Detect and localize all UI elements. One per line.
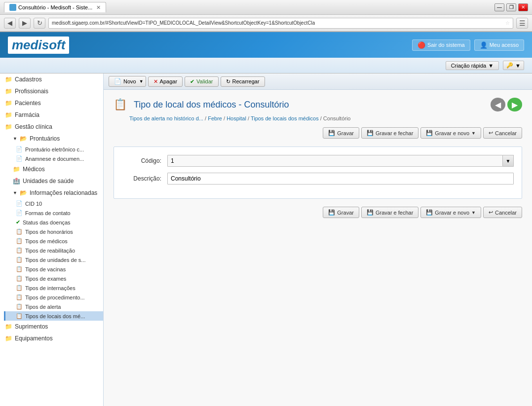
breadcrumb: Tipos de alerta no histórico d... / Febr…: [129, 115, 522, 121]
sidebar-label: Médicos: [23, 166, 45, 173]
nav-forward-btn[interactable]: ▶: [507, 98, 522, 111]
folder-icon: 📁: [5, 323, 12, 330]
reload-btn[interactable]: ↻: [34, 18, 45, 29]
form-area: 📋 Tipo de local dos médicos - Consultóri…: [104, 90, 532, 234]
sidebar-item-tipos-procedimentos[interactable]: 📋 Tipos de procedimento...: [4, 293, 103, 302]
codigo-input[interactable]: [167, 155, 503, 167]
quick-access-btn[interactable]: 🔑 ▼: [503, 61, 524, 70]
doc-icon: 📄: [16, 200, 23, 207]
forward-btn[interactable]: ▶: [19, 18, 31, 29]
sidebar-item-cid10[interactable]: 📄 CID 10: [4, 199, 103, 208]
caret-icon: ▼: [515, 63, 521, 69]
key-icon: 🔑: [506, 62, 513, 69]
close-tab-btn[interactable]: ✕: [96, 4, 101, 11]
gravar-btn-top[interactable]: 💾 Gravar: [323, 127, 359, 139]
sidebar-item-gestao-clinica[interactable]: 📁 Gestão clínica: [0, 121, 103, 133]
sidebar-label: Suprimentos: [15, 323, 48, 330]
sidebar-item-tipos-unidades[interactable]: 📋 Tipos de unidades de s...: [4, 255, 103, 264]
sidebar-item-anamnese[interactable]: 📄 Anamnese e documen...: [4, 154, 103, 163]
header-actions: 🔴 Sair do sistema 👤 Meu acesso: [412, 39, 524, 51]
star-icon[interactable]: ☆: [505, 20, 510, 26]
minimize-btn[interactable]: —: [494, 3, 504, 11]
building-icon: 🏥: [13, 178, 20, 185]
breadcrumb-link-2[interactable]: Febre: [208, 115, 222, 121]
back-btn[interactable]: ◀: [4, 18, 16, 29]
folder-icon: 📁: [5, 123, 12, 130]
sidebar-item-pacientes[interactable]: 📁 Pacientes: [0, 97, 103, 109]
sidebar-item-prontuarios[interactable]: ▼ 📂 Prontuários: [4, 133, 103, 145]
folder-icon: 📁: [5, 335, 12, 342]
folder-icon: 📁: [5, 100, 12, 107]
toolbar: 📄 Novo ▼ ✕ Apagar ✔ Validar ↻ Recarregar: [104, 74, 532, 90]
sidebar-item-cadastros[interactable]: 📁 Cadastros: [0, 74, 103, 85]
cancelar-btn-top[interactable]: ↩ Cancelar: [483, 127, 522, 139]
doc-icon: 📋: [16, 257, 23, 263]
descricao-label: Descrição:: [122, 175, 161, 182]
sidebar-item-tipos-internacoes[interactable]: 📋 Tipos de internações: [4, 283, 103, 293]
sidebar-item-unidades-saude[interactable]: 🏥 Unidades de saúde: [0, 175, 103, 187]
nav-back-btn[interactable]: ◀: [491, 98, 505, 111]
doc-icon: 📋: [16, 294, 23, 300]
save-new-icon: 💾: [426, 130, 433, 136]
sidebar-item-informacoes[interactable]: ▼ 📂 Informações relacionadas: [4, 187, 103, 199]
sidebar-item-tipos-locais[interactable]: 📋 Tipos de locais dos mé...: [4, 311, 103, 321]
folder-open-icon: 📂: [20, 135, 27, 142]
codigo-spinner-btn[interactable]: ▼: [503, 155, 514, 167]
sidebar-label: Tipos de honorários: [25, 229, 73, 235]
address-bar[interactable]: medisoft.sigaerp.com.br/#ShortcutViewID=…: [48, 18, 513, 29]
save-icon: 💾: [328, 209, 335, 216]
cancelar-btn-bottom[interactable]: ↩ Cancelar: [483, 207, 522, 218]
sidebar-label: Tipos de unidades de s...: [25, 257, 86, 263]
folder-icon: 📁: [5, 88, 12, 95]
check-icon: ✔: [190, 78, 194, 85]
sidebar-label: Tipos de internações: [25, 285, 76, 291]
dropdown-arrow-icon: ▼: [488, 63, 494, 69]
folder-open-icon: 📂: [20, 189, 27, 196]
sidebar-item-suprimentos[interactable]: 📁 Suprimentos: [0, 321, 103, 332]
restore-btn[interactable]: ❐: [506, 3, 516, 11]
gravar-novo-btn-top[interactable]: 💾 Gravar e novo ▼: [420, 127, 481, 139]
apagar-btn[interactable]: ✕ Apagar: [148, 76, 183, 87]
breadcrumb-link-1[interactable]: Tipos de alerta no histórico d...: [129, 115, 203, 121]
sair-btn[interactable]: 🔴 Sair do sistema: [412, 39, 470, 51]
validar-btn[interactable]: ✔ Validar: [185, 76, 218, 87]
doc-icon: 📄: [16, 210, 23, 216]
descricao-input[interactable]: [167, 173, 514, 185]
meu-acesso-btn[interactable]: 👤 Meu acesso: [474, 39, 524, 51]
save-close-icon: 💾: [367, 130, 374, 136]
sidebar-item-status-doencas[interactable]: ✔ Status das doenças: [4, 218, 103, 227]
gravar-btn-bottom[interactable]: 💾 Gravar: [323, 207, 359, 218]
sidebar-item-prontuario-eletronico[interactable]: 📄 Prontuário eletrônico c...: [4, 145, 103, 154]
sidebar-item-tipos-vacinas[interactable]: 📋 Tipos de vacinas: [4, 264, 103, 274]
gravar-fechar-btn-bottom[interactable]: 💾 Gravar e fechar: [361, 207, 418, 218]
novo-btn[interactable]: 📄 Novo ▼: [109, 76, 146, 87]
folder-icon: 📁: [5, 111, 12, 118]
criacao-rapida-btn[interactable]: Criação rápida ▼: [446, 61, 499, 70]
page-title: Tipo de local dos médicos - Consultório: [134, 100, 289, 110]
sidebar-item-medicos[interactable]: 📁 Médicos: [0, 163, 103, 175]
sidebar-item-tipos-honorarios[interactable]: 📋 Tipos de honorários: [4, 227, 103, 236]
breadcrumb-link-3[interactable]: Hospital: [227, 115, 246, 121]
recarregar-btn[interactable]: ↻ Recarregar: [221, 76, 265, 87]
close-btn[interactable]: ✕: [518, 3, 528, 11]
gravar-novo-btn-bottom[interactable]: 💾 Gravar e novo ▼: [420, 207, 481, 218]
menu-btn[interactable]: ☰: [516, 18, 528, 29]
sidebar-item-tipos-reabilitacao[interactable]: 📋 Tipos de reabilitação: [4, 246, 103, 255]
sidebar-label: Tipos de exames: [25, 276, 66, 282]
sidebar-item-tipos-alerta[interactable]: 📋 Tipos de alerta: [4, 302, 103, 311]
breadcrumb-link-4[interactable]: Tipos de locais dos médicos: [251, 115, 319, 121]
page-type-icon: 📋: [114, 98, 127, 111]
sidebar-item-equipamentos[interactable]: 📁 Equipamentos: [0, 332, 103, 344]
sidebar-item-tipos-exames[interactable]: 📋 Tipos de exames: [4, 274, 103, 283]
sidebar-label: Profissionais: [15, 88, 48, 95]
sidebar-item-farmacia[interactable]: 📁 Farmácia: [0, 109, 103, 121]
gravar-fechar-btn-top[interactable]: 💾 Gravar e fechar: [361, 127, 418, 139]
sidebar-item-profissionais[interactable]: 📁 Profissionais: [0, 85, 103, 97]
novo-dropdown-arrow-icon: ▼: [139, 79, 144, 84]
doc-icon: 📄: [16, 146, 23, 152]
sidebar-label: Formas de contato: [25, 210, 71, 216]
expand-icon: ▼: [13, 136, 17, 141]
sidebar-item-tipos-medicos[interactable]: 📋 Tipos de médicos: [4, 236, 103, 246]
sidebar-item-formas-contato[interactable]: 📄 Formas de contato: [4, 208, 103, 218]
sidebar-label: Prontuários: [30, 135, 60, 142]
